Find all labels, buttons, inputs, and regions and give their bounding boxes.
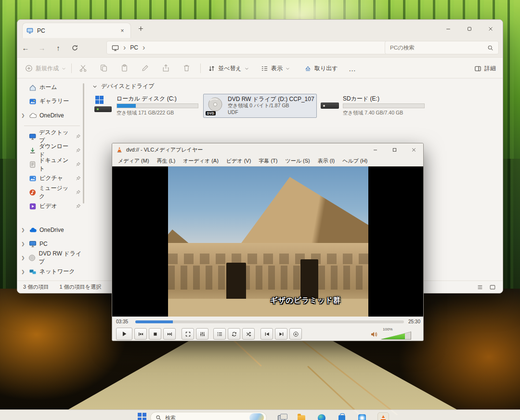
minimize-button[interactable] bbox=[440, 24, 456, 34]
stop-button[interactable] bbox=[149, 328, 161, 340]
details-pane-button[interactable]: 詳細 bbox=[474, 63, 496, 74]
close-icon bbox=[488, 26, 494, 32]
adjustments-button[interactable] bbox=[196, 328, 208, 340]
sidebar-item-onedrive-cloud[interactable]: ❯ OneDrive bbox=[17, 223, 85, 237]
taskbar-search[interactable]: 検索 bbox=[150, 412, 267, 420]
section-devices-and-drives[interactable]: デバイスとドライブ bbox=[92, 82, 155, 90]
next-frame-button[interactable] bbox=[275, 328, 287, 340]
drive-name: SDカード (E:) bbox=[343, 95, 379, 103]
rename-button[interactable] bbox=[141, 64, 149, 72]
seek-bar[interactable] bbox=[135, 320, 404, 323]
menu-help[interactable]: ヘルプ (H) bbox=[338, 157, 371, 165]
vlc-close-button[interactable] bbox=[404, 143, 423, 156]
search-icon bbox=[487, 45, 494, 51]
menu-audio[interactable]: オーディオ (A) bbox=[179, 157, 222, 165]
menu-view[interactable]: 表示 (I) bbox=[314, 157, 338, 165]
expand-chevron-icon[interactable]: ❯ bbox=[21, 113, 26, 118]
shuffle-button[interactable] bbox=[242, 328, 255, 340]
cut-button[interactable] bbox=[79, 64, 87, 72]
menu-playback[interactable]: 再生 (L) bbox=[153, 157, 180, 165]
share-button[interactable] bbox=[162, 64, 170, 72]
start-button[interactable] bbox=[138, 413, 146, 420]
chevron-down-icon bbox=[92, 84, 97, 89]
explorer-search-box[interactable]: PCの検索 bbox=[385, 41, 499, 54]
explorer-titlebar[interactable]: PC × bbox=[17, 20, 503, 38]
breadcrumb-item-pc[interactable]: PC bbox=[130, 44, 138, 51]
share-icon bbox=[162, 64, 170, 72]
vlc-maximize-button[interactable] bbox=[385, 143, 404, 156]
sidebar-item-label: ビデオ bbox=[39, 202, 57, 210]
more-button[interactable]: … bbox=[349, 63, 356, 74]
volume-icon[interactable] bbox=[370, 331, 378, 338]
task-view-button[interactable] bbox=[275, 412, 287, 420]
file-explorer-button[interactable] bbox=[296, 412, 307, 420]
sidebar-item-desktop[interactable]: デスクトップ bbox=[17, 129, 85, 143]
drive-dvd[interactable]: DVD DVD RW ドライブ (D:) CCP_107 空き領域 0 バイト/… bbox=[203, 94, 317, 118]
list-view-toggle-icon[interactable] bbox=[477, 284, 483, 291]
close-button[interactable] bbox=[482, 24, 499, 34]
view-button[interactable]: 表示 bbox=[261, 63, 290, 74]
sort-button[interactable]: 並べ替え bbox=[208, 63, 249, 74]
vlc-minimize-button[interactable] bbox=[365, 143, 385, 156]
photos-button[interactable] bbox=[356, 412, 368, 420]
menu-media[interactable]: メディア (M) bbox=[114, 157, 153, 165]
delete-button[interactable] bbox=[182, 64, 191, 72]
vlc-video-area[interactable]: ギザのピラミッド群 bbox=[112, 166, 423, 317]
volume-slider[interactable] bbox=[381, 332, 411, 339]
explorer-tab-pc[interactable]: PC × bbox=[22, 23, 131, 38]
sidebar-item-label: ギャラリー bbox=[39, 97, 69, 105]
equalizer-icon bbox=[199, 331, 206, 337]
fullscreen-button[interactable] bbox=[182, 328, 194, 340]
cut-icon bbox=[79, 64, 87, 72]
thumbnail-view-toggle-icon[interactable] bbox=[489, 284, 496, 291]
next-button[interactable] bbox=[163, 328, 176, 340]
maximize-button[interactable] bbox=[461, 24, 478, 34]
vlc-taskbar-button[interactable] bbox=[377, 412, 389, 420]
paste-button[interactable] bbox=[120, 64, 129, 72]
sidebar-item-downloads[interactable]: ダウンロード bbox=[17, 143, 85, 157]
sidebar-item-videos[interactable]: ビデオ bbox=[17, 199, 85, 213]
play-button[interactable] bbox=[116, 328, 132, 340]
sidebar-item-home[interactable]: ホーム bbox=[17, 80, 85, 94]
expand-chevron-icon[interactable]: ❯ bbox=[21, 255, 26, 260]
new-button[interactable]: 新規作成 bbox=[25, 63, 66, 74]
eject-button[interactable]: 取り出す bbox=[304, 63, 338, 74]
sidebar-item-music[interactable]: ミュージック bbox=[17, 185, 85, 199]
sidebar-item-documents[interactable]: ドキュメント bbox=[17, 157, 85, 171]
sidebar-item-network[interactable]: ❯ ネットワーク bbox=[17, 265, 85, 279]
back-button[interactable]: ← bbox=[17, 44, 34, 52]
video-ruin-blocks bbox=[168, 266, 368, 290]
menu-video[interactable]: ビデオ (V) bbox=[222, 157, 255, 165]
sidebar-item-onedrive[interactable]: ❯ OneDrive bbox=[17, 108, 85, 122]
up-button[interactable]: ↑ bbox=[50, 44, 66, 52]
menu-tools[interactable]: ツール (S) bbox=[281, 157, 313, 165]
expand-chevron-icon[interactable]: ❯ bbox=[21, 269, 26, 274]
edge-button[interactable] bbox=[316, 412, 327, 420]
new-tab-button[interactable] bbox=[138, 25, 144, 32]
copy-button[interactable] bbox=[100, 64, 108, 72]
sidebar-item-pictures[interactable]: ピクチャ bbox=[17, 171, 85, 185]
search-icon bbox=[156, 415, 161, 420]
store-icon bbox=[338, 415, 345, 420]
sidebar-scrollbar[interactable] bbox=[83, 83, 84, 204]
sidebar-item-pc[interactable]: ❯ PC bbox=[17, 237, 85, 251]
vlc-menubar: メディア (M) 再生 (L) オーディオ (A) ビデオ (V) 字幕 (T)… bbox=[112, 156, 423, 166]
tab-close-icon[interactable]: × bbox=[118, 26, 127, 35]
sidebar-item-dvd-drive[interactable]: ❯ DVD RW ドライブ bbox=[17, 251, 85, 265]
store-button[interactable] bbox=[336, 412, 348, 420]
expand-chevron-icon[interactable]: ❯ bbox=[21, 228, 26, 232]
expand-chevron-icon[interactable]: ❯ bbox=[21, 242, 26, 246]
dvd-menu-button[interactable] bbox=[289, 328, 302, 340]
sidebar-item-gallery[interactable]: ギャラリー bbox=[17, 94, 85, 108]
drive-c[interactable]: ローカル ディスク (C:) 空き領域 171 GB/222 GB bbox=[92, 94, 202, 118]
previous-frame-button[interactable] bbox=[260, 328, 273, 340]
vlc-titlebar[interactable]: dvd:// - VLCメディアプレイヤー bbox=[112, 143, 423, 156]
drive-sd[interactable]: SDカード (E:) 空き領域 7.40 GB/7.40 GB bbox=[319, 94, 427, 118]
menu-subtitle[interactable]: 字幕 (T) bbox=[255, 157, 281, 165]
playlist-button[interactable] bbox=[213, 328, 226, 340]
refresh-button[interactable] bbox=[66, 44, 83, 51]
forward-button[interactable]: → bbox=[34, 44, 50, 52]
loop-button[interactable] bbox=[228, 328, 240, 340]
breadcrumb[interactable]: › PC › bbox=[106, 41, 390, 54]
previous-button[interactable] bbox=[134, 328, 147, 340]
